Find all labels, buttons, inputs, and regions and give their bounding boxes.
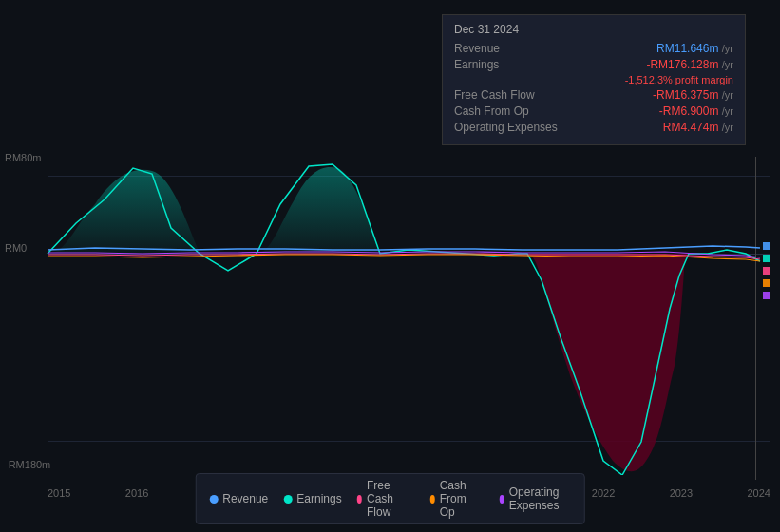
tooltip-row-revenue: Revenue RM11.646m /yr [454,42,733,55]
tooltip-value-earnings: -RM176.128m /yr [646,58,733,71]
svg-rect-3 [763,279,770,287]
x-label-2023: 2023 [670,487,693,499]
legend-item-cashop[interactable]: Cash From Op [429,479,484,519]
legend-dot-revenue [209,495,218,504]
tooltip-profit-margin: -1,512.3% profit margin [568,74,733,86]
legend-item-revenue[interactable]: Revenue [209,492,268,505]
tooltip-row-opex: Operating Expenses RM4.474m /yr [454,121,733,134]
legend-label-cashop: Cash From Op [440,479,485,519]
svg-rect-4 [763,292,770,299]
legend-label-opex: Operating Expenses [509,485,571,512]
legend-dot-cashop [429,495,434,504]
x-label-2015: 2015 [48,487,70,499]
tooltip-label-cashop: Cash From Op [454,104,568,118]
legend-dot-earnings [283,495,292,504]
legend-item-opex[interactable]: Operating Expenses [499,485,570,512]
legend-label-revenue: Revenue [222,492,268,505]
legend-dot-fcf [357,495,362,504]
tooltip-date: Dec 31 2024 [454,23,733,36]
svg-rect-0 [763,242,770,250]
tooltip-row-earnings: Earnings -RM176.128m /yr [454,58,733,71]
x-label-2022: 2022 [592,487,615,499]
legend-dot-opex [499,495,504,504]
x-label-2016: 2016 [125,487,148,499]
legend-label-fcf: Free Cash Flow [367,479,414,519]
tooltip-box: Dec 31 2024 Revenue RM11.646m /yr Earnin… [442,14,746,145]
legend-label-earnings: Earnings [296,492,341,505]
tooltip-value-fcf: -RM16.375m /yr [653,88,733,102]
chart-svg [0,147,780,475]
chart-container: Dec 31 2024 Revenue RM11.646m /yr Earnin… [0,0,780,532]
tooltip-label-opex: Operating Expenses [454,121,568,134]
tooltip-label-fcf: Free Cash Flow [454,88,568,102]
tooltip-row-cashop: Cash From Op -RM6.900m /yr [454,104,733,118]
legend-item-earnings[interactable]: Earnings [283,492,341,505]
tooltip-value-cashop: -RM6.900m /yr [659,104,733,118]
tooltip-label-revenue: Revenue [454,42,568,55]
tooltip-value-opex: RM4.474m /yr [663,121,733,134]
svg-rect-1 [763,255,770,262]
svg-rect-2 [763,267,770,275]
legend-item-fcf[interactable]: Free Cash Flow [357,479,415,519]
chart-legend: Revenue Earnings Free Cash Flow Cash Fro… [195,473,585,524]
x-label-2024: 2024 [747,487,770,499]
tooltip-value-revenue: RM11.646m /yr [656,42,733,55]
tooltip-label-earnings: Earnings [454,58,568,71]
tooltip-row-fcf: Free Cash Flow -RM16.375m /yr [454,88,733,102]
